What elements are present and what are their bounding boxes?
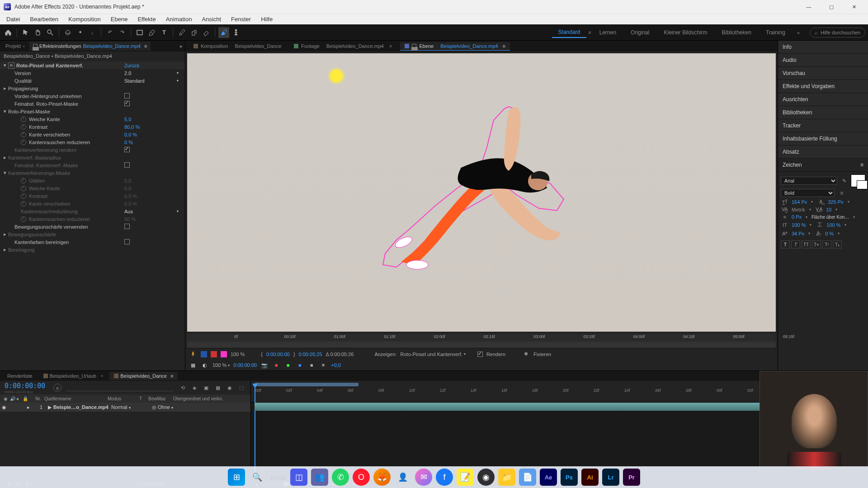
prop-kantenrauschreduzierung[interactable]: KantenrauschreduzierungAus▾ <box>0 207 185 215</box>
viewer-tab-ebene[interactable]: Ebene Beispielvideo_Dance.mp4 ≡ <box>400 42 509 51</box>
orbit-tool-icon[interactable] <box>62 27 73 38</box>
firefox-icon[interactable]: 🦊 <box>373 469 391 486</box>
italic-button[interactable]: T <box>791 240 800 249</box>
task-view-icon[interactable]: ▭▭ <box>269 469 287 486</box>
menu-ansicht[interactable]: Ansicht <box>197 15 226 23</box>
leading-value[interactable]: 325 Px <box>828 199 843 205</box>
playhead[interactable] <box>255 386 255 477</box>
stopwatch-icon[interactable] <box>21 178 26 183</box>
prop-weiche-kante[interactable]: Weiche Kante0,0 <box>0 184 185 192</box>
bold-button[interactable]: T <box>781 240 790 249</box>
panel-fuellung[interactable]: Inhaltsbasierte Füllung <box>778 132 868 145</box>
panel-info[interactable]: Info <box>778 41 868 54</box>
audio-column-icon[interactable]: 🔊 <box>8 396 14 401</box>
prop-kantenrauschen-reduzieren[interactable]: Kantenrauschen reduzieren0 % <box>0 138 185 146</box>
superscript-button[interactable]: T¹ <box>822 240 831 249</box>
smallcaps-button[interactable]: Tᴛ <box>812 240 821 249</box>
workspace-original[interactable]: Original <box>624 28 656 38</box>
tab-urlaub[interactable]: Beispielvideo_Urlaub× <box>39 372 108 380</box>
prop-kantenfarben-bereinigen[interactable]: Kantenfarben bereinigen <box>0 238 185 246</box>
selection-tool-icon[interactable] <box>20 27 31 38</box>
snap-down-icon[interactable]: ↓ <box>87 27 98 38</box>
freeze-icon[interactable]: ❄ <box>522 350 530 358</box>
comp-flowchart-icon[interactable]: ◈ <box>190 383 199 392</box>
photoshop-icon[interactable]: Ps <box>561 469 578 486</box>
layer-mode-dropdown[interactable]: Normal ▾ <box>111 404 143 410</box>
prop-qualit-t[interactable]: QualitätStandard▾ <box>0 77 185 84</box>
stopwatch-icon[interactable] <box>21 140 26 145</box>
clone-tool-icon[interactable] <box>189 27 199 38</box>
prop-bereinigung[interactable]: ▸Bereinigung <box>0 246 185 253</box>
messenger-icon[interactable]: ✉ <box>415 469 432 486</box>
rectangle-tool-icon[interactable] <box>134 27 145 38</box>
taskbar-search-icon[interactable]: 🔍 <box>249 469 266 486</box>
font-weight-dropdown[interactable]: Bold <box>781 189 835 197</box>
eyedropper-icon[interactable]: ✎ <box>840 178 848 184</box>
render-checkbox[interactable] <box>477 352 483 357</box>
teams-icon[interactable]: 👥 <box>311 469 328 486</box>
menu-ebene[interactable]: Ebene <box>106 15 132 23</box>
vscale-value[interactable]: 100 % <box>792 222 806 228</box>
red-toggle-icon[interactable] <box>211 351 217 357</box>
home-icon[interactable] <box>3 27 14 38</box>
draft3d-icon[interactable]: ▣ <box>202 383 211 392</box>
toggle-alpha-icon[interactable]: ◐ <box>201 361 209 369</box>
snapshot-icon[interactable]: 📷 <box>260 361 269 369</box>
person-icon[interactable]: 🧍 <box>189 350 197 358</box>
menu-hilfe[interactable]: Hilfe <box>256 15 277 23</box>
maximize-button[interactable]: ▢ <box>825 4 838 10</box>
lightroom-icon[interactable]: Lr <box>602 469 619 486</box>
zoom-dropdown[interactable]: 100 % ▾ <box>212 362 230 368</box>
layer-visibility-icon[interactable]: ◉ <box>2 404 8 410</box>
tab-renderliste[interactable]: Renderliste <box>3 372 37 380</box>
layer-row-1[interactable]: ◉ ▸ 1 ▶ Beispie…o_Dance.mp4 Normal ▾ ◎ O… <box>0 403 250 412</box>
fill-color-swatch[interactable] <box>851 174 865 187</box>
prop-kantenverf-basisradius[interactable]: ▸Kantenverf.-Basisradius <box>0 154 185 161</box>
hand-tool-icon[interactable] <box>33 27 43 38</box>
effect-header[interactable]: ▾ fx Roto-Pinsel und Kantenverf. Zurück <box>0 61 185 69</box>
indent-value[interactable]: 0 Px <box>792 214 802 220</box>
workspace-kleiner[interactable]: Kleiner Bildschirm <box>657 28 713 38</box>
search-help-input[interactable]: ⌕ Hilfe durchsuchen <box>810 28 865 38</box>
effect-reset-button[interactable]: Zurück <box>124 63 183 68</box>
panel-overflow-icon[interactable]: » <box>177 43 185 49</box>
allcaps-button[interactable]: TT <box>802 240 811 249</box>
prop-bewegungsunsch-rfe-verwenden[interactable]: Bewegungsunschärfe verwenden <box>0 223 185 230</box>
motion-blur-icon[interactable]: ◉ <box>225 383 234 392</box>
brush-tool-icon[interactable] <box>176 27 187 38</box>
shy-icon[interactable]: ⟲ <box>178 383 187 392</box>
prop-propagierung[interactable]: ▸Propagierung <box>0 84 185 92</box>
panel-absatz[interactable]: Absatz <box>778 145 868 159</box>
roto-brush-tool-icon[interactable] <box>218 27 229 38</box>
lock-column-icon[interactable]: 🔒 <box>21 396 27 401</box>
out-point-value[interactable]: 0:00:05:25 <box>299 352 322 357</box>
grid-icon[interactable]: ▦ <box>189 361 197 369</box>
exposure-icon[interactable]: ☀ <box>319 361 327 369</box>
snap-icon[interactable]: ✦ <box>75 27 85 38</box>
layer-name[interactable]: Beispie…o_Dance.mp4 <box>53 404 111 410</box>
eye-column-icon[interactable]: ◉ <box>2 396 8 401</box>
notepad-icon[interactable]: 📄 <box>519 469 536 486</box>
workspace-standard[interactable]: Standard <box>552 27 587 38</box>
start-button[interactable]: ⊞ <box>228 469 245 486</box>
work-area-bar[interactable] <box>255 383 359 386</box>
eraser-tool-icon[interactable] <box>201 27 212 38</box>
show-dropdown[interactable]: Roto-Pinsel und Kantenverf. ▾ <box>400 352 466 357</box>
stopwatch-icon[interactable] <box>21 124 26 130</box>
stopwatch-icon[interactable] <box>21 193 26 199</box>
panel-zeichen[interactable]: Zeichen≡ <box>778 159 868 172</box>
hscale-value[interactable]: 100 % <box>826 222 840 228</box>
prop-version[interactable]: Version2.0▾ <box>0 69 185 77</box>
workspace-overflow-icon[interactable]: » <box>793 30 803 35</box>
prop-kantenverfeinerung-rendern[interactable]: Kantenverfeinerung rendern <box>0 146 185 154</box>
prop-gl-tten[interactable]: Glätten0,0 <box>0 177 185 184</box>
prop-kantenrauschen-reduzieren[interactable]: Kantenrauschen reduzieren50 % <box>0 215 185 223</box>
kerning-value[interactable]: Metrik <box>792 207 805 212</box>
workspace-training[interactable]: Training <box>760 28 792 38</box>
menu-komposition[interactable]: Komposition <box>64 15 105 23</box>
illustrator-icon[interactable]: Ai <box>581 469 599 486</box>
overlay-opacity-value[interactable]: 100 % <box>231 352 245 357</box>
minimize-button[interactable]: — <box>802 4 816 10</box>
puppet-tool-icon[interactable] <box>231 27 241 38</box>
sticky-notes-icon[interactable]: 📝 <box>457 469 474 486</box>
